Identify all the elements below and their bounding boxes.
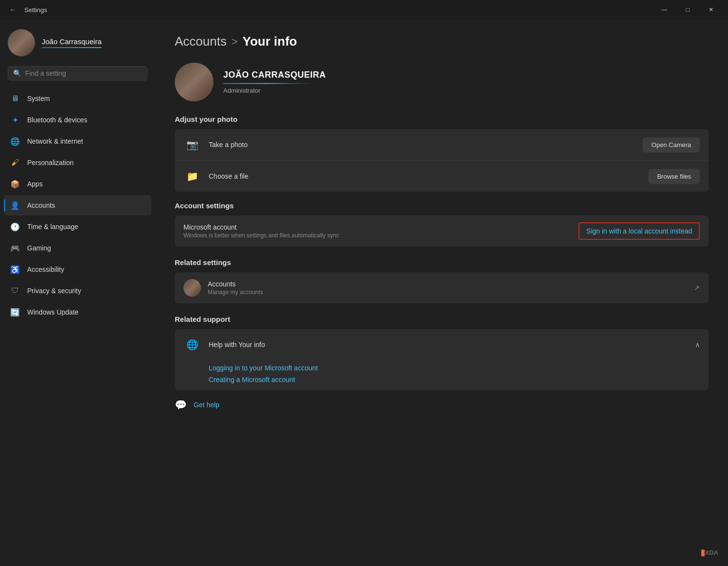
sidebar-item-accounts[interactable]: 👤 Accounts	[4, 195, 151, 216]
sidebar-item-accessibility[interactable]: ♿ Accessibility	[4, 259, 151, 280]
support-link-0[interactable]: Logging in to your Microsoft account	[209, 364, 700, 372]
sidebar-item-label-update: Windows Update	[27, 308, 79, 316]
sidebar-item-system[interactable]: 🖥 System	[4, 88, 151, 109]
profile-name: JOÃO CARRASQUEIRA	[223, 70, 326, 80]
sidebar-item-apps[interactable]: 📦 Apps	[4, 174, 151, 194]
titlebar: ← Settings — □ ✕	[0, 0, 728, 19]
search-icon: 🔍	[13, 69, 21, 77]
adjust-photo-title: Adjust your photo	[175, 115, 709, 123]
sidebar-item-label-accounts: Accounts	[27, 201, 55, 209]
external-link-icon: ↗	[694, 284, 700, 292]
update-icon: 🔄	[10, 307, 20, 317]
open-camera-button[interactable]: Open Camera	[643, 137, 700, 152]
support-block: 🌐 Help with Your info ∧ Logging in to yo…	[175, 329, 709, 390]
sidebar-user[interactable]: João Carrasqueira	[0, 19, 155, 64]
avatar	[8, 29, 35, 56]
sidebar: João Carrasqueira 🔍 🖥 System ✦ Bluetooth…	[0, 19, 155, 566]
account-settings-title: Account settings	[175, 201, 709, 210]
minimize-button[interactable]: —	[653, 2, 676, 17]
microsoft-account-row: Microsoft account Windows is better when…	[175, 216, 709, 247]
maximize-button[interactable]: □	[677, 2, 699, 17]
related-support-title: Related support	[175, 315, 709, 323]
sidebar-nav: 🖥 System ✦ Bluetooth & devices 🌐 Network…	[0, 86, 155, 324]
breadcrumb-parent[interactable]: Accounts	[175, 34, 227, 49]
main-layout: João Carrasqueira 🔍 🖥 System ✦ Bluetooth…	[0, 19, 728, 566]
support-help-header[interactable]: 🌐 Help with Your info ∧	[175, 329, 709, 360]
profile-name-underline	[223, 83, 311, 84]
close-icon: ✕	[709, 6, 713, 13]
network-icon: 🌐	[10, 136, 20, 147]
sidebar-item-update[interactable]: 🔄 Windows Update	[4, 302, 151, 322]
get-help-row[interactable]: 💬 Get help	[175, 392, 709, 411]
support-help-label: Help with Your info	[209, 341, 687, 349]
search-box[interactable]: 🔍	[8, 66, 148, 81]
profile-card: JOÃO CARRASQUEIRA Administrator	[175, 63, 709, 101]
related-accounts-row[interactable]: Accounts Manage my accounts ↗	[175, 272, 709, 303]
accessibility-icon: ♿	[10, 264, 20, 275]
maximize-icon: □	[686, 6, 689, 13]
profile-role: Administrator	[223, 87, 326, 94]
adjust-photo-block: 📷 Take a photo Open Camera 📁 Choose a fi…	[175, 129, 709, 192]
microsoft-account-title: Microsoft account	[183, 223, 571, 231]
sidebar-item-label-gaming: Gaming	[27, 244, 51, 252]
system-icon: 🖥	[10, 93, 20, 104]
get-help-icon: 💬	[175, 399, 187, 411]
sidebar-item-label-personalization: Personalization	[27, 159, 74, 166]
chevron-up-icon: ∧	[695, 341, 700, 349]
accounts-row-avatar	[183, 279, 201, 297]
choose-file-row: 📁 Choose a file Browse files	[175, 160, 709, 192]
sidebar-item-time[interactable]: 🕐 Time & language	[4, 216, 151, 237]
sidebar-item-label-bluetooth: Bluetooth & devices	[27, 116, 87, 124]
sidebar-item-gaming[interactable]: 🎮 Gaming	[4, 238, 151, 258]
camera-icon: 📷	[183, 136, 201, 153]
accounts-icon: 👤	[10, 200, 20, 211]
sidebar-item-privacy[interactable]: 🛡 Privacy & security	[4, 281, 151, 301]
globe-icon: 🌐	[183, 336, 201, 353]
take-photo-label: Take a photo	[209, 141, 635, 149]
apps-icon: 📦	[10, 179, 20, 189]
related-settings-title: Related settings	[175, 258, 709, 266]
back-button[interactable]: ←	[6, 3, 19, 17]
take-photo-row: 📷 Take a photo Open Camera	[175, 129, 709, 160]
sidebar-item-label-time: Time & language	[27, 223, 78, 231]
window-controls: — □ ✕	[653, 2, 722, 17]
sidebar-item-network[interactable]: 🌐 Network & internet	[4, 131, 151, 151]
sidebar-item-bluetooth[interactable]: ✦ Bluetooth & devices	[4, 110, 151, 130]
support-link-1[interactable]: Creating a Microsoft account	[209, 376, 700, 383]
breadcrumb-separator: >	[232, 35, 238, 48]
username-underline	[42, 47, 101, 48]
browse-files-button[interactable]: Browse files	[648, 169, 700, 184]
bluetooth-icon: ✦	[10, 115, 20, 125]
accounts-row-title: Accounts	[208, 280, 687, 288]
sidebar-item-label-privacy: Privacy & security	[27, 287, 81, 295]
minimize-icon: —	[662, 6, 667, 13]
sidebar-item-label-apps: Apps	[27, 180, 43, 188]
sidebar-item-label-accessibility: Accessibility	[27, 266, 64, 273]
breadcrumb: Accounts > Your info	[175, 34, 709, 49]
privacy-icon: 🛡	[10, 285, 20, 296]
choose-file-label: Choose a file	[209, 172, 641, 180]
close-button[interactable]: ✕	[700, 2, 722, 17]
microsoft-account-info: Microsoft account Windows is better when…	[183, 223, 571, 239]
sidebar-item-personalization[interactable]: 🖌 Personalization	[4, 152, 151, 173]
personalization-icon: 🖌	[10, 157, 20, 168]
content-area: Accounts > Your info JOÃO CARRASQUEIRA A…	[155, 19, 728, 566]
account-settings-block: Microsoft account Windows is better when…	[175, 216, 709, 247]
app-title: Settings	[24, 6, 648, 14]
accounts-row-subtitle: Manage my accounts	[208, 289, 687, 296]
gaming-icon: 🎮	[10, 243, 20, 253]
microsoft-account-subtitle: Windows is better when settings and file…	[183, 232, 571, 239]
sidebar-item-label-system: System	[27, 95, 50, 102]
get-help-label: Get help	[194, 401, 219, 409]
related-settings-block: Accounts Manage my accounts ↗	[175, 272, 709, 303]
search-input[interactable]	[25, 69, 142, 77]
profile-info: JOÃO CARRASQUEIRA Administrator	[223, 70, 326, 94]
sidebar-user-info: João Carrasqueira	[42, 37, 101, 48]
back-icon: ←	[9, 6, 16, 14]
xda-watermark: ▊XDA	[701, 549, 718, 556]
folder-icon: 📁	[183, 167, 201, 185]
breadcrumb-current: Your info	[243, 34, 297, 49]
sign-in-local-link[interactable]: Sign in with a local account instead	[579, 222, 700, 240]
sidebar-item-label-network: Network & internet	[27, 137, 83, 145]
time-icon: 🕐	[10, 221, 20, 232]
